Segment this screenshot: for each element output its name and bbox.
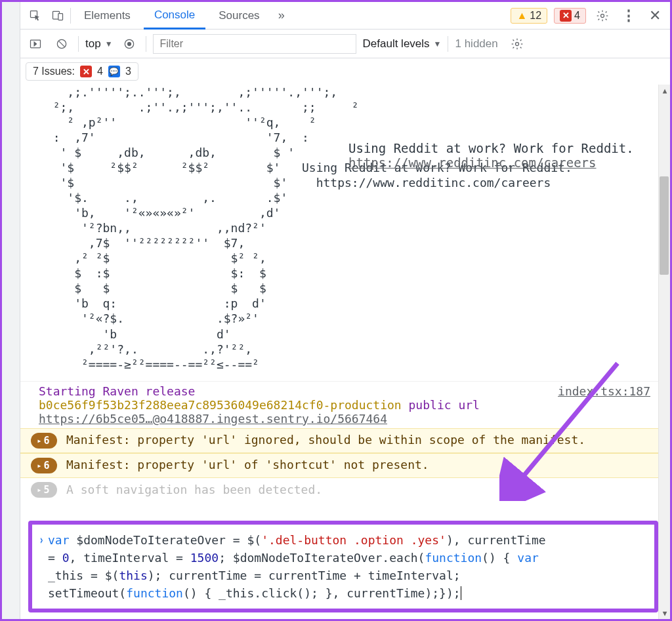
warning-count-pill: 6 <box>31 458 57 473</box>
console-log-ascii: ,;.''''';..''';, ,;'''''.,''';, ²;, .;''… <box>20 85 670 372</box>
careers-link[interactable]: https://www.redditinc.com/careers <box>348 155 597 170</box>
raven-header: Starting Raven release <box>39 384 195 398</box>
issues-err-count: 4 <box>97 66 103 77</box>
console-log-raven: index.tsx:187 Starting Raven release b0c… <box>20 381 670 428</box>
warnings-count: 12 <box>530 10 541 22</box>
info-text: A soft navigation has been detected. <box>66 483 322 496</box>
left-gutter <box>2 2 20 619</box>
ascii-caption: Using Reddit at work? Work for Reddit. <box>348 141 634 155</box>
warnings-badge[interactable]: ▲ 12 <box>511 8 547 24</box>
divider <box>78 36 79 52</box>
console-warning-row[interactable]: 6 Manifest: property 'url' ignored, shou… <box>20 428 670 453</box>
scroll-thumb[interactable] <box>660 176 669 275</box>
svg-point-7 <box>127 42 131 45</box>
tab-elements[interactable]: Elements <box>74 2 141 29</box>
context-selector[interactable]: top ▼ <box>85 37 113 50</box>
divider <box>146 36 146 52</box>
warning-icon: ▲ <box>516 10 527 22</box>
sentry-link[interactable]: https://6b5ce05…@o418887.ingest.sentry.i… <box>39 412 387 426</box>
info-icon: 💬 <box>108 66 120 77</box>
issues-pill[interactable]: 7 Issues: ✕ 4 💬 3 <box>26 62 138 81</box>
error-icon: ✕ <box>80 66 92 77</box>
kebab-menu-icon[interactable]: ⋮ <box>619 6 639 26</box>
issues-bar: 7 Issues: ✕ 4 💬 3 <box>20 58 670 85</box>
console-input[interactable]: var $domNodeToIterateOver = $('.del-butt… <box>28 521 658 612</box>
tab-console[interactable]: Console <box>144 3 205 30</box>
console-settings-icon[interactable] <box>507 34 527 54</box>
console-info-row[interactable]: 5 A soft navigation has been detected. <box>20 478 670 502</box>
console-toolbar: top ▼ Default levels ▼ 1 hidden <box>20 30 670 58</box>
chevron-down-icon: ▼ <box>434 39 442 49</box>
svg-point-8 <box>515 42 518 45</box>
context-label: top <box>85 37 101 50</box>
hidden-count[interactable]: 1 hidden <box>455 37 497 50</box>
warning-count-pill: 6 <box>31 433 57 449</box>
warning-text: Manifest: property 'url' ignored, should… <box>66 433 652 447</box>
settings-icon[interactable] <box>593 6 612 26</box>
errors-count: 4 <box>574 10 580 22</box>
console-output: ,;.''''';..''';, ,;'''''.,''';, ²;, .;''… <box>20 85 670 619</box>
svg-point-3 <box>601 14 604 17</box>
scroll-down-icon[interactable]: ▼ <box>659 607 670 619</box>
inspect-icon[interactable] <box>26 6 45 26</box>
divider <box>70 8 71 24</box>
devtools-tabbar: Elements Console Sources » ▲ 12 ✕ 4 ⋮ ✕ <box>20 2 670 30</box>
tab-sources[interactable]: Sources <box>208 2 270 29</box>
ascii-art: ,;.''''';..''';, ,;'''''.,''';, ²;, .;''… <box>39 85 572 372</box>
raven-hash: b0ce56f9f53b23f288eea7c89536049e68214cf0… <box>39 398 402 412</box>
error-icon: ✕ <box>560 10 572 22</box>
sidebar-toggle-icon[interactable] <box>26 34 45 54</box>
scrollbar[interactable]: ▲ ▼ <box>658 85 670 619</box>
live-expression-icon[interactable] <box>119 34 139 54</box>
close-devtools-icon[interactable]: ✕ <box>645 6 665 26</box>
source-link[interactable]: index.tsx:187 <box>558 384 650 398</box>
chevron-down-icon: ▼ <box>105 39 113 49</box>
svg-rect-2 <box>58 13 63 20</box>
divider <box>448 36 448 52</box>
levels-label: Default levels <box>363 37 430 50</box>
clear-console-icon[interactable] <box>52 34 72 54</box>
errors-badge[interactable]: ✕ 4 <box>554 8 586 24</box>
device-toggle-icon[interactable] <box>48 6 68 26</box>
raven-tail: public url <box>409 398 480 412</box>
tabs-overflow-icon[interactable]: » <box>273 9 290 22</box>
console-warning-row[interactable]: 6 Manifest: property 'url' of 'shortcut'… <box>20 453 670 478</box>
filter-input[interactable] <box>153 34 356 54</box>
warning-text: Manifest: property 'url' of 'shortcut' n… <box>66 458 652 471</box>
info-count-pill: 5 <box>31 482 57 498</box>
log-levels-selector[interactable]: Default levels ▼ <box>363 37 442 50</box>
issues-info-count: 3 <box>125 66 131 77</box>
scroll-up-icon[interactable]: ▲ <box>659 85 670 96</box>
issues-label: 7 Issues: <box>33 66 75 77</box>
